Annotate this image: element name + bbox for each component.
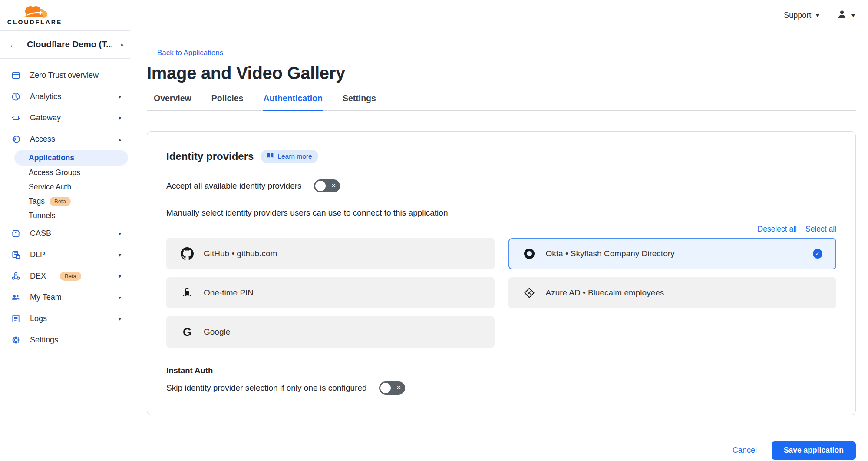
sidebar-item-logs[interactable]: Logs ▾ — [0, 308, 130, 329]
card-heading: Identity providers — [166, 150, 254, 163]
tab-bar: Overview Policies Authentication Setting… — [147, 93, 856, 111]
footer-actions: Cancel Save application — [147, 441, 856, 460]
chevron-down-icon: ▾ — [119, 252, 121, 258]
okta-icon — [522, 247, 536, 260]
page-title: Image and Video Gallery — [147, 63, 856, 83]
sidebar-item-casb[interactable]: CASB ▾ — [0, 223, 130, 244]
tab-policies[interactable]: Policies — [211, 93, 244, 111]
cloudflare-logo-text: CLOUDFLARE — [7, 19, 62, 26]
user-menu[interactable]: ▼ — [837, 9, 856, 21]
cloudflare-logo[interactable]: CLOUDFLARE — [7, 5, 63, 26]
accept-all-toggle[interactable]: × — [314, 179, 340, 192]
chevron-up-icon: ▴ — [119, 136, 121, 143]
dlp-document-lock-icon — [10, 250, 21, 260]
dex-nodes-icon — [10, 271, 21, 282]
topbar-right: Support ▼ ▼ — [784, 9, 856, 21]
casb-box-check-icon — [10, 229, 21, 239]
sidebar-item-my-team[interactable]: My Team ▾ — [0, 287, 130, 308]
select-all-link[interactable]: Select all — [805, 225, 836, 234]
identity-providers-card: Identity providers Learn more Accept all… — [147, 131, 856, 415]
cloudflare-cloud-icon — [21, 5, 48, 18]
chevron-down-icon: ▼ — [814, 12, 821, 18]
sidebar-item-access[interactable]: Access ▴ — [0, 129, 130, 150]
book-icon — [267, 152, 274, 160]
support-menu[interactable]: Support ▼ — [784, 11, 820, 20]
sidebar-item-tags[interactable]: Tags Beta — [14, 194, 130, 209]
sidebar-item-service-auth[interactable]: Service Auth — [14, 180, 130, 194]
toggle-off-x-icon: × — [396, 384, 401, 391]
sidebar-item-dlp[interactable]: DLP ▾ — [0, 244, 130, 265]
instant-auth-heading: Instant Auth — [166, 366, 836, 375]
gear-icon — [10, 335, 21, 345]
chevron-down-icon: ▼ — [850, 12, 856, 18]
sidebar-item-settings[interactable]: Settings — [0, 329, 130, 351]
provider-tile-github[interactable]: GitHub • github.com — [166, 238, 495, 269]
one-time-pin-lock-icon: **** — [180, 287, 194, 298]
chevron-down-icon: ▾ — [119, 273, 121, 279]
tab-authentication[interactable]: Authentication — [263, 93, 323, 111]
back-to-applications-link[interactable]: ← Back to Applications — [147, 49, 223, 57]
selected-check-icon: ✓ — [813, 249, 822, 259]
instant-auth-toggle[interactable]: × — [379, 381, 405, 395]
user-avatar-icon — [837, 9, 847, 21]
top-bar: CLOUDFLARE Support ▼ ▼ — [0, 0, 868, 30]
github-icon — [180, 247, 194, 260]
sidebar-item-tunnels[interactable]: Tunnels — [14, 209, 130, 223]
back-arrow-icon: ← — [147, 49, 154, 57]
sidebar: ← Cloudflare Demo (T... ▸ Zero Trust ove… — [0, 30, 130, 461]
deselect-all-link[interactable]: Deselect all — [758, 225, 797, 234]
learn-more-link[interactable]: Learn more — [261, 150, 318, 163]
accept-all-toggle-label: Accept all available identity providers — [166, 181, 302, 191]
chevron-down-icon: ▾ — [119, 316, 121, 322]
sidebar-nav: Zero Trust overview Analytics ▾ — [0, 59, 130, 351]
otp-stars: **** — [182, 295, 191, 298]
chevron-down-icon: ▾ — [119, 295, 121, 301]
provider-tile-okta[interactable]: Okta • Skyflash Company Directory ✓ — [508, 238, 837, 269]
manual-select-text: Manually select identity providers users… — [166, 208, 836, 218]
main-content: ← Back to Applications Image and Video G… — [130, 30, 868, 461]
account-name: Cloudflare Demo (T... — [27, 40, 112, 50]
beta-badge: Beta — [50, 197, 71, 206]
google-g-icon: G — [180, 326, 194, 338]
beta-badge: Beta — [60, 272, 81, 281]
sidebar-item-applications[interactable]: Applications — [14, 150, 128, 166]
provider-tile-azure-ad[interactable]: Azure AD • Bluecalm employees — [508, 277, 837, 308]
team-people-icon — [10, 292, 21, 303]
instant-auth-toggle-label: Skip identity provider selection if only… — [166, 383, 367, 393]
sidebar-item-zero-trust-overview[interactable]: Zero Trust overview — [0, 65, 130, 86]
support-label: Support — [784, 11, 811, 20]
access-login-icon — [10, 134, 21, 145]
account-switcher[interactable]: ← Cloudflare Demo (T... ▸ — [0, 31, 130, 59]
gateway-icon — [10, 113, 21, 123]
tab-settings[interactable]: Settings — [343, 93, 376, 111]
analytics-pie-icon — [10, 92, 21, 102]
cancel-button[interactable]: Cancel — [733, 446, 757, 455]
save-application-button[interactable]: Save application — [772, 441, 856, 460]
chevron-down-icon: ▾ — [119, 94, 121, 100]
sidebar-item-dex[interactable]: DEX Beta ▾ — [0, 265, 130, 287]
chevron-right-icon: ▸ — [121, 41, 124, 48]
sidebar-item-access-groups[interactable]: Access Groups — [14, 166, 130, 180]
toggle-knob — [315, 181, 326, 191]
sidebar-item-gateway[interactable]: Gateway ▾ — [0, 107, 130, 129]
toggle-knob — [380, 383, 391, 393]
back-arrow-icon: ← — [9, 40, 18, 50]
overview-window-icon — [10, 70, 21, 81]
page: CLOUDFLARE Support ▼ ▼ ← C — [0, 0, 868, 461]
chevron-down-icon: ▾ — [119, 115, 121, 121]
azure-ad-icon — [522, 287, 536, 299]
toggle-off-x-icon: × — [331, 182, 336, 189]
footer-divider — [147, 434, 856, 434]
provider-tile-google[interactable]: G Google — [166, 316, 495, 348]
tab-overview[interactable]: Overview — [154, 93, 191, 111]
providers-grid: GitHub • github.com Okta • Skyflash Comp… — [166, 238, 836, 348]
logs-document-icon — [10, 314, 21, 324]
sidebar-item-analytics[interactable]: Analytics ▾ — [0, 86, 130, 107]
chevron-down-icon: ▾ — [119, 231, 121, 237]
provider-tile-one-time-pin[interactable]: **** One-time PIN — [166, 277, 495, 308]
